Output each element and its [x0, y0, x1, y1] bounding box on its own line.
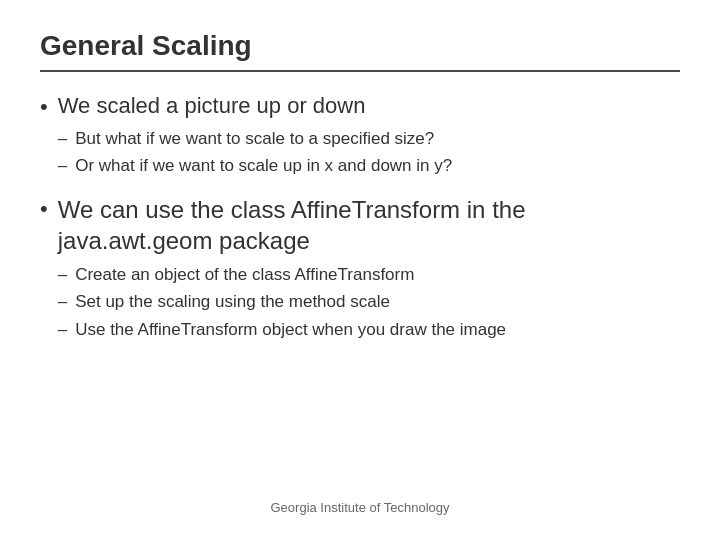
bullet-dot-1: •	[40, 93, 48, 122]
dash-2-2: –	[58, 290, 67, 314]
bullet-1-content: We scaled a picture up or down – But wha…	[58, 92, 453, 178]
slide-title: General Scaling	[40, 30, 680, 62]
bullet-1-text: We scaled a picture up or down	[58, 92, 453, 121]
sub-bullet-2-3-text: Use the AffineTransform object when you …	[75, 318, 506, 342]
bullet-2-sub-bullets: – Create an object of the class AffineTr…	[58, 263, 680, 342]
sub-bullet-2-3: – Use the AffineTransform object when yo…	[58, 318, 680, 342]
title-section: General Scaling	[40, 30, 680, 72]
bullet-item-2: • We can use the class AffineTransform i…	[40, 194, 680, 342]
bullet-1-sub-bullets: – But what if we want to scale to a spec…	[58, 127, 453, 179]
sub-bullet-1-2: – Or what if we want to scale up in x an…	[58, 154, 453, 178]
bullet-dot-2: •	[40, 195, 48, 224]
sub-bullet-2-1-text: Create an object of the class AffineTran…	[75, 263, 414, 287]
bullet-2-content: We can use the class AffineTransform in …	[58, 194, 680, 342]
dash-1-2: –	[58, 154, 67, 178]
slide: General Scaling • We scaled a picture up…	[0, 0, 720, 540]
dash-1-1: –	[58, 127, 67, 151]
dash-2-3: –	[58, 318, 67, 342]
dash-2-1: –	[58, 263, 67, 287]
sub-bullet-1-2-text: Or what if we want to scale up in x and …	[75, 154, 452, 178]
footer: Georgia Institute of Technology	[40, 488, 680, 520]
footer-text: Georgia Institute of Technology	[271, 500, 450, 515]
sub-bullet-1-1-text: But what if we want to scale to a specif…	[75, 127, 434, 151]
sub-bullet-2-1: – Create an object of the class AffineTr…	[58, 263, 680, 287]
sub-bullet-1-1: – But what if we want to scale to a spec…	[58, 127, 453, 151]
bullet-item-1: • We scaled a picture up or down – But w…	[40, 92, 680, 178]
sub-bullet-2-2: – Set up the scaling using the method sc…	[58, 290, 680, 314]
content-area: • We scaled a picture up or down – But w…	[40, 92, 680, 488]
sub-bullet-2-2-text: Set up the scaling using the method scal…	[75, 290, 390, 314]
bullet-2-text: We can use the class AffineTransform in …	[58, 194, 680, 256]
